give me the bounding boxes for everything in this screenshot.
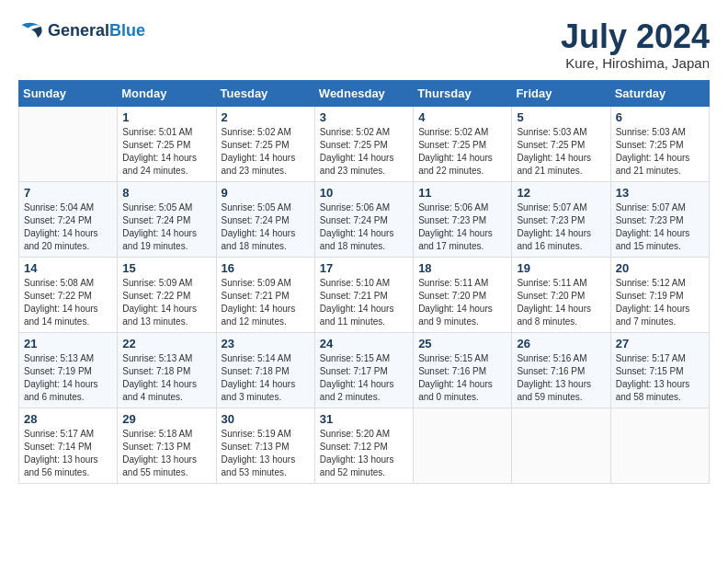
day-info: Sunrise: 5:08 AMSunset: 7:22 PMDaylight:… [24, 277, 112, 328]
day-cell: 12Sunrise: 5:07 AMSunset: 7:23 PMDayligh… [512, 181, 610, 257]
week-row-1: 1Sunrise: 5:01 AMSunset: 7:25 PMDaylight… [19, 106, 710, 181]
day-info: Sunrise: 5:15 AMSunset: 7:16 PMDaylight:… [418, 352, 506, 404]
day-info: Sunrise: 5:02 AMSunset: 7:25 PMDaylight:… [222, 126, 310, 178]
day-number: 2 [222, 110, 310, 124]
logo-icon [18, 18, 44, 44]
day-number: 7 [24, 186, 112, 200]
day-number: 22 [122, 337, 210, 350]
header-day-tuesday: Tuesday [216, 80, 314, 106]
day-info: Sunrise: 5:15 AMSunset: 7:17 PMDaylight:… [320, 352, 408, 404]
header-day-sunday: Sunday [19, 80, 118, 106]
header-day-thursday: Thursday [414, 80, 512, 106]
day-cell: 28Sunrise: 5:17 AMSunset: 7:14 PMDayligh… [19, 408, 118, 483]
day-info: Sunrise: 5:16 AMSunset: 7:16 PMDaylight:… [517, 352, 605, 404]
day-number: 26 [517, 337, 605, 350]
day-number: 8 [122, 186, 210, 200]
day-info: Sunrise: 5:09 AMSunset: 7:22 PMDaylight:… [122, 277, 210, 328]
day-cell: 6Sunrise: 5:03 AMSunset: 7:25 PMDaylight… [610, 106, 709, 181]
day-cell: 8Sunrise: 5:05 AMSunset: 7:24 PMDaylight… [118, 181, 216, 257]
calendar-table: SundayMondayTuesdayWednesdayThursdayFrid… [18, 80, 710, 484]
header-day-friday: Friday [512, 80, 610, 106]
day-number: 20 [616, 261, 704, 275]
day-cell: 13Sunrise: 5:07 AMSunset: 7:23 PMDayligh… [610, 181, 709, 257]
day-cell [512, 408, 610, 483]
day-info: Sunrise: 5:07 AMSunset: 7:23 PMDaylight:… [616, 201, 704, 253]
day-cell: 25Sunrise: 5:15 AMSunset: 7:16 PMDayligh… [414, 332, 512, 408]
day-info: Sunrise: 5:11 AMSunset: 7:20 PMDaylight:… [517, 277, 605, 328]
day-number: 15 [122, 261, 210, 275]
day-info: Sunrise: 5:19 AMSunset: 7:13 PMDaylight:… [222, 428, 310, 479]
day-cell: 23Sunrise: 5:14 AMSunset: 7:18 PMDayligh… [216, 332, 314, 408]
day-info: Sunrise: 5:09 AMSunset: 7:21 PMDaylight:… [222, 277, 310, 328]
day-number: 21 [24, 337, 112, 350]
day-info: Sunrise: 5:03 AMSunset: 7:25 PMDaylight:… [517, 126, 605, 178]
day-number: 28 [24, 412, 112, 426]
day-number: 19 [517, 261, 605, 275]
day-cell: 16Sunrise: 5:09 AMSunset: 7:21 PMDayligh… [216, 257, 314, 332]
day-number: 30 [222, 412, 310, 426]
day-cell: 11Sunrise: 5:06 AMSunset: 7:23 PMDayligh… [414, 181, 512, 257]
day-number: 11 [418, 186, 506, 200]
day-info: Sunrise: 5:14 AMSunset: 7:18 PMDaylight:… [222, 352, 310, 404]
day-cell [414, 408, 512, 483]
day-info: Sunrise: 5:06 AMSunset: 7:24 PMDaylight:… [320, 201, 408, 253]
day-cell: 5Sunrise: 5:03 AMSunset: 7:25 PMDaylight… [512, 106, 610, 181]
day-number: 27 [616, 337, 704, 350]
day-number: 4 [418, 110, 506, 124]
day-number: 9 [222, 186, 310, 200]
day-number: 17 [320, 261, 408, 275]
day-cell: 22Sunrise: 5:13 AMSunset: 7:18 PMDayligh… [118, 332, 216, 408]
day-cell: 20Sunrise: 5:12 AMSunset: 7:19 PMDayligh… [610, 257, 709, 332]
day-cell: 19Sunrise: 5:11 AMSunset: 7:20 PMDayligh… [512, 257, 610, 332]
day-info: Sunrise: 5:06 AMSunset: 7:23 PMDaylight:… [418, 201, 506, 253]
day-number: 14 [24, 261, 112, 275]
day-info: Sunrise: 5:20 AMSunset: 7:12 PMDaylight:… [320, 428, 408, 479]
day-cell: 7Sunrise: 5:04 AMSunset: 7:24 PMDaylight… [19, 181, 118, 257]
day-info: Sunrise: 5:02 AMSunset: 7:25 PMDaylight:… [320, 126, 408, 178]
header-day-monday: Monday [118, 80, 216, 106]
logo-line1: GeneralBlue [48, 22, 145, 40]
day-info: Sunrise: 5:05 AMSunset: 7:24 PMDaylight:… [222, 201, 310, 253]
day-cell: 21Sunrise: 5:13 AMSunset: 7:19 PMDayligh… [19, 332, 118, 408]
day-cell: 30Sunrise: 5:19 AMSunset: 7:13 PMDayligh… [216, 408, 314, 483]
day-cell [19, 106, 118, 181]
day-number: 23 [222, 337, 310, 350]
header-day-saturday: Saturday [610, 80, 709, 106]
day-cell [610, 408, 709, 483]
day-cell: 29Sunrise: 5:18 AMSunset: 7:13 PMDayligh… [118, 408, 216, 483]
day-number: 12 [517, 186, 605, 200]
location: Kure, Hiroshima, Japan [561, 55, 710, 71]
day-cell: 24Sunrise: 5:15 AMSunset: 7:17 PMDayligh… [314, 332, 413, 408]
week-row-2: 7Sunrise: 5:04 AMSunset: 7:24 PMDaylight… [19, 181, 710, 257]
day-cell: 18Sunrise: 5:11 AMSunset: 7:20 PMDayligh… [414, 257, 512, 332]
day-info: Sunrise: 5:03 AMSunset: 7:25 PMDaylight:… [616, 126, 704, 178]
page-header: GeneralBlue July 2024 Kure, Hiroshima, J… [18, 18, 710, 71]
day-number: 16 [222, 261, 310, 275]
calendar-header: SundayMondayTuesdayWednesdayThursdayFrid… [19, 80, 710, 106]
day-info: Sunrise: 5:13 AMSunset: 7:19 PMDaylight:… [24, 352, 112, 404]
day-cell: 3Sunrise: 5:02 AMSunset: 7:25 PMDaylight… [314, 106, 413, 181]
day-cell: 4Sunrise: 5:02 AMSunset: 7:25 PMDaylight… [414, 106, 512, 181]
day-cell: 17Sunrise: 5:10 AMSunset: 7:21 PMDayligh… [314, 257, 413, 332]
logo-text: GeneralBlue [48, 22, 145, 40]
day-info: Sunrise: 5:17 AMSunset: 7:14 PMDaylight:… [24, 428, 112, 479]
day-number: 1 [122, 110, 210, 124]
day-cell: 27Sunrise: 5:17 AMSunset: 7:15 PMDayligh… [610, 332, 709, 408]
day-number: 10 [320, 186, 408, 200]
day-number: 31 [320, 412, 408, 426]
day-cell: 15Sunrise: 5:09 AMSunset: 7:22 PMDayligh… [118, 257, 216, 332]
day-info: Sunrise: 5:04 AMSunset: 7:24 PMDaylight:… [24, 201, 112, 253]
calendar-body: 1Sunrise: 5:01 AMSunset: 7:25 PMDaylight… [19, 106, 710, 483]
day-info: Sunrise: 5:18 AMSunset: 7:13 PMDaylight:… [122, 428, 210, 479]
day-info: Sunrise: 5:07 AMSunset: 7:23 PMDaylight:… [517, 201, 605, 253]
day-number: 5 [517, 110, 605, 124]
day-number: 3 [320, 110, 408, 124]
day-cell: 14Sunrise: 5:08 AMSunset: 7:22 PMDayligh… [19, 257, 118, 332]
day-info: Sunrise: 5:10 AMSunset: 7:21 PMDaylight:… [320, 277, 408, 328]
day-cell: 26Sunrise: 5:16 AMSunset: 7:16 PMDayligh… [512, 332, 610, 408]
day-number: 18 [418, 261, 506, 275]
week-row-4: 21Sunrise: 5:13 AMSunset: 7:19 PMDayligh… [19, 332, 710, 408]
day-info: Sunrise: 5:17 AMSunset: 7:15 PMDaylight:… [616, 352, 704, 404]
title-block: July 2024 Kure, Hiroshima, Japan [561, 18, 710, 71]
header-row: SundayMondayTuesdayWednesdayThursdayFrid… [19, 80, 710, 106]
